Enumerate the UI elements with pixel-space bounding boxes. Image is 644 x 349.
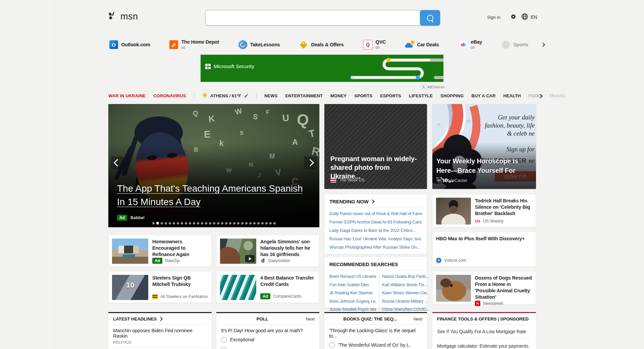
adchoices-link[interactable]: AdChoices (422, 85, 444, 89)
carousel-dot[interactable] (249, 222, 252, 225)
radio-button-icon[interactable] (329, 342, 335, 348)
search-input[interactable] (205, 10, 440, 26)
news-card[interactable]: Todrick Hall Breaks His Silence on 'Cele… (432, 194, 536, 228)
carousel-dot[interactable] (181, 222, 183, 225)
recommended-search-link[interactable]: Brent Renaud US Ukraine (329, 272, 376, 281)
trending-link[interactable]: Russia Has 'Lost' Ukraine War, Analyst S… (329, 235, 422, 243)
nav-category-link[interactable]: SPORTS (354, 93, 372, 98)
poll-option[interactable]: Exceptional (221, 335, 315, 345)
msn-logo[interactable]: msn (107, 10, 138, 22)
shortcuts-next-button[interactable] (539, 40, 546, 49)
carousel-dot[interactable] (185, 222, 187, 225)
carousel-dot[interactable] (221, 222, 223, 225)
search-button[interactable] (420, 10, 440, 26)
carousel-dot[interactable] (161, 222, 163, 225)
trending-link[interactable]: Woman Photographed After Russian Strike … (329, 243, 422, 251)
shortcut-item[interactable]: Outlook.com (109, 40, 150, 49)
poll-next-link[interactable]: Next (306, 316, 315, 321)
finance-offer-link[interactable]: Mortgage calculator: Estimate your payme… (437, 339, 531, 349)
nav-category-link[interactable]: SHOPPING (440, 93, 464, 98)
radio-button-icon[interactable] (221, 347, 227, 349)
nav-category-link[interactable]: MONEY (330, 93, 346, 98)
news-card[interactable]: Steelers Sign QB Mitchell Trubisky All S… (108, 271, 212, 303)
news-card[interactable]: Homeowners Encouraged to Refinance Again… (108, 235, 212, 267)
carousel-next-button[interactable] (304, 156, 317, 169)
headline-link[interactable]: Manchin opposes Biden Fed nominee Raskin (113, 325, 207, 339)
news-card[interactable]: Angela Simmons' son hilariously tells he… (216, 235, 319, 267)
carousel-dot[interactable] (257, 222, 260, 225)
shortcut-item[interactable]: eBay ad (459, 40, 482, 50)
poll-option[interactable] (221, 345, 315, 349)
recommended-search-link[interactable]: Russia Ukraine Military ... (382, 297, 429, 306)
hero-carousel[interactable]: Q T R U A S K E k W F V C M N W S J B Q (108, 104, 319, 227)
shortcut-item[interactable]: TakeLessons (238, 40, 280, 49)
carousel-dot[interactable] (173, 222, 175, 225)
quiz-next-link[interactable]: Next (414, 316, 422, 321)
nav-next-button[interactable] (537, 92, 544, 100)
recommended-search-link[interactable]: Keen Shoes Women Cle... (382, 289, 429, 297)
nav-category-link[interactable]: BUY A CAR (472, 93, 496, 98)
carousel-dot[interactable] (237, 222, 239, 225)
carousel-dot[interactable] (201, 222, 203, 225)
news-card-week[interactable]: Pregnant woman in widely-shared photo fr… (324, 104, 427, 189)
carousel-dot[interactable] (217, 222, 219, 225)
nav-category-link[interactable]: ENTERTAINMENT (285, 93, 323, 98)
carousel-dot[interactable] (261, 222, 264, 225)
news-card[interactable]: Dozens of Dogs Rescued From a Home in 'P… (432, 271, 536, 305)
recommended-search-link[interactable]: Naomi Osaka Bnp Parib... (382, 272, 429, 281)
finance-offer-link[interactable]: See If You Qualify For A Low Mortgage Ra… (437, 325, 531, 339)
carousel-dot[interactable] (197, 222, 199, 225)
carousel-dot[interactable] (253, 222, 256, 225)
shortcut-item[interactable]: The Home Depot ad (169, 40, 219, 50)
carousel-dot[interactable] (273, 222, 276, 225)
carousel-dot[interactable] (152, 222, 155, 225)
news-card[interactable]: HBO Max to Plus Itself With Discovery+ V… (432, 232, 536, 267)
recommended-search-link[interactable]: Katt Williams Bomb Thr... (382, 281, 429, 289)
shortcut-item[interactable]: Deals & Offers (299, 40, 343, 49)
nav-category-link[interactable]: ESPORTS (380, 93, 401, 98)
recommended-search-link[interactable]: Boris Johnson Evgeny Le... (329, 297, 376, 306)
carousel-dot[interactable] (245, 222, 248, 225)
nav-alert-link[interactable]: WAR IN UKRAINE (108, 93, 146, 98)
carousel-dot[interactable] (225, 222, 227, 225)
carousel-dot[interactable] (209, 222, 211, 225)
trending-header[interactable]: TRENDING NOW (329, 194, 423, 208)
hero-headline[interactable]: The App That's Teaching Americans Spanis… (117, 182, 312, 209)
carousel-dot[interactable] (193, 222, 195, 225)
display-ad-banner[interactable]: Microsoft Security (201, 55, 443, 82)
nav-category-link[interactable]: TRAVEL (549, 93, 567, 98)
carousel-dot[interactable] (165, 222, 167, 225)
carousel-dot[interactable] (177, 222, 179, 225)
carousel-dot[interactable] (269, 222, 272, 225)
carousel-dot[interactable] (241, 222, 244, 225)
carousel-dot[interactable] (169, 222, 171, 225)
latest-headlines-header[interactable]: LATEST HEADLINES (113, 313, 207, 325)
settings-button[interactable] (509, 13, 517, 21)
weather-widget[interactable]: ATHENS / 61°F (202, 92, 249, 99)
nav-alert-link[interactable]: CORONAVIRUS (153, 93, 186, 98)
sign-in-link[interactable]: Sign in (487, 15, 500, 20)
shortcut-item[interactable]: QVC ad (363, 40, 386, 50)
carousel-dot[interactable] (265, 222, 268, 225)
nav-category-link[interactable]: NEWS (264, 93, 277, 98)
shortcut-item[interactable]: Sports (501, 40, 528, 49)
news-card[interactable]: 4 Best Balance Transfer Credit Cards Ad … (216, 271, 319, 303)
recommended-search-link[interactable]: Fort Irwin Soldier Dies (329, 281, 376, 289)
carousel-dot[interactable] (213, 222, 215, 225)
carousel-dot[interactable] (229, 222, 231, 225)
trending-link[interactable]: Dolly Parton bows out of Rock & Roll Hal… (329, 209, 422, 218)
shortcut-item[interactable]: Car Deals (405, 40, 439, 49)
carousel-dot[interactable] (205, 222, 207, 225)
language-selector[interactable]: EN (521, 13, 537, 21)
trending-link[interactable]: Former ESPN Anchor Dead At 63 Following … (329, 218, 422, 226)
trending-link[interactable]: Lady Gaga Dares to Bare at the 2022 Crit… (329, 226, 422, 235)
quiz-option[interactable]: 'The Wonderful Wizard of Oz' by L. Frank… (329, 340, 422, 349)
carousel-dot[interactable] (156, 222, 159, 225)
nav-category-link[interactable]: LIFESTYLE (409, 93, 433, 98)
carousel-prev-button[interactable] (111, 156, 124, 169)
carousel-dot[interactable] (233, 222, 235, 225)
radio-button-icon[interactable] (221, 337, 227, 343)
recommended-search-link[interactable]: Jk Rowling Keir Starmer (329, 289, 376, 297)
nav-category-link[interactable]: HEALTH (503, 93, 521, 98)
carousel-dot[interactable] (189, 222, 191, 225)
